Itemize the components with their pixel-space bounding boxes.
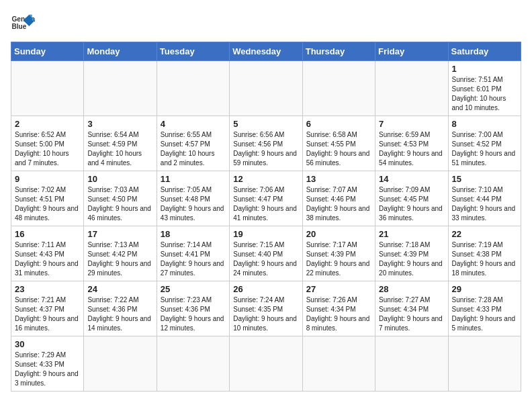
day-number: 28 bbox=[379, 284, 444, 294]
day-info: Sunrise: 7:28 AM Sunset: 4:33 PM Dayligh… bbox=[452, 295, 517, 333]
day-number: 20 bbox=[306, 229, 371, 239]
svg-text:Blue: Blue bbox=[11, 23, 26, 30]
calendar-cell: 16Sunrise: 7:11 AM Sunset: 4:43 PM Dayli… bbox=[11, 226, 84, 281]
calendar-cell bbox=[157, 61, 229, 116]
calendar-cell: 3Sunrise: 6:54 AM Sunset: 4:59 PM Daylig… bbox=[84, 116, 157, 171]
day-info: Sunrise: 7:07 AM Sunset: 4:46 PM Dayligh… bbox=[306, 185, 371, 223]
calendar-cell: 6Sunrise: 6:58 AM Sunset: 4:55 PM Daylig… bbox=[302, 116, 375, 171]
day-number: 4 bbox=[161, 119, 226, 129]
day-number: 2 bbox=[15, 119, 80, 129]
weekday-header-cell: Wednesday bbox=[230, 42, 302, 61]
calendar-cell: 9Sunrise: 7:02 AM Sunset: 4:51 PM Daylig… bbox=[11, 171, 84, 226]
day-info: Sunrise: 6:58 AM Sunset: 4:55 PM Dayligh… bbox=[306, 130, 371, 168]
weekday-header-cell: Monday bbox=[84, 42, 157, 61]
day-info: Sunrise: 7:22 AM Sunset: 4:36 PM Dayligh… bbox=[87, 295, 152, 333]
calendar-cell: 4Sunrise: 6:55 AM Sunset: 4:57 PM Daylig… bbox=[157, 116, 229, 171]
calendar-cell: 28Sunrise: 7:27 AM Sunset: 4:34 PM Dayli… bbox=[375, 281, 448, 336]
day-number: 7 bbox=[379, 119, 444, 129]
day-info: Sunrise: 7:11 AM Sunset: 4:43 PM Dayligh… bbox=[15, 240, 80, 278]
day-number: 9 bbox=[15, 174, 80, 184]
day-number: 5 bbox=[233, 119, 298, 129]
calendar-cell: 5Sunrise: 6:56 AM Sunset: 4:56 PM Daylig… bbox=[230, 116, 302, 171]
day-number: 21 bbox=[379, 229, 444, 239]
calendar-cell bbox=[302, 61, 375, 116]
calendar-cell: 23Sunrise: 7:21 AM Sunset: 4:37 PM Dayli… bbox=[11, 281, 84, 336]
page-header: General Blue bbox=[11, 11, 521, 35]
day-info: Sunrise: 6:56 AM Sunset: 4:56 PM Dayligh… bbox=[233, 130, 298, 168]
calendar-cell: 7Sunrise: 6:59 AM Sunset: 4:53 PM Daylig… bbox=[375, 116, 448, 171]
day-number: 13 bbox=[306, 174, 371, 184]
day-info: Sunrise: 7:51 AM Sunset: 6:01 PM Dayligh… bbox=[452, 75, 517, 113]
calendar-cell: 17Sunrise: 7:13 AM Sunset: 4:42 PM Dayli… bbox=[84, 226, 157, 281]
calendar-cell: 19Sunrise: 7:15 AM Sunset: 4:40 PM Dayli… bbox=[230, 226, 302, 281]
day-info: Sunrise: 7:14 AM Sunset: 4:41 PM Dayligh… bbox=[161, 240, 226, 278]
day-info: Sunrise: 7:26 AM Sunset: 4:34 PM Dayligh… bbox=[306, 295, 371, 333]
day-info: Sunrise: 7:17 AM Sunset: 4:39 PM Dayligh… bbox=[306, 240, 371, 278]
day-number: 29 bbox=[452, 284, 517, 294]
day-number: 3 bbox=[87, 119, 152, 129]
day-number: 22 bbox=[452, 229, 517, 239]
calendar-cell: 25Sunrise: 7:23 AM Sunset: 4:36 PM Dayli… bbox=[157, 281, 229, 336]
day-info: Sunrise: 6:52 AM Sunset: 5:00 PM Dayligh… bbox=[15, 130, 80, 168]
calendar-cell: 21Sunrise: 7:18 AM Sunset: 4:39 PM Dayli… bbox=[375, 226, 448, 281]
logo-icon: General Blue bbox=[11, 11, 35, 35]
day-info: Sunrise: 7:05 AM Sunset: 4:48 PM Dayligh… bbox=[161, 185, 226, 223]
calendar-cell: 1Sunrise: 7:51 AM Sunset: 6:01 PM Daylig… bbox=[448, 61, 521, 116]
day-info: Sunrise: 7:02 AM Sunset: 4:51 PM Dayligh… bbox=[15, 185, 80, 223]
day-number: 23 bbox=[15, 284, 80, 294]
day-info: Sunrise: 6:59 AM Sunset: 4:53 PM Dayligh… bbox=[379, 130, 444, 168]
day-info: Sunrise: 6:54 AM Sunset: 4:59 PM Dayligh… bbox=[87, 130, 152, 168]
calendar-cell bbox=[157, 336, 229, 392]
day-info: Sunrise: 7:13 AM Sunset: 4:42 PM Dayligh… bbox=[87, 240, 152, 278]
calendar-cell: 12Sunrise: 7:06 AM Sunset: 4:47 PM Dayli… bbox=[230, 171, 302, 226]
calendar-cell: 14Sunrise: 7:09 AM Sunset: 4:45 PM Dayli… bbox=[375, 171, 448, 226]
calendar-cell bbox=[375, 61, 448, 116]
weekday-header-cell: Thursday bbox=[302, 42, 375, 61]
calendar-cell: 18Sunrise: 7:14 AM Sunset: 4:41 PM Dayli… bbox=[157, 226, 229, 281]
day-number: 6 bbox=[306, 119, 371, 129]
calendar-cell: 11Sunrise: 7:05 AM Sunset: 4:48 PM Dayli… bbox=[157, 171, 229, 226]
weekday-header-cell: Sunday bbox=[11, 42, 84, 61]
calendar-cell: 20Sunrise: 7:17 AM Sunset: 4:39 PM Dayli… bbox=[302, 226, 375, 281]
calendar-week-row: 1Sunrise: 7:51 AM Sunset: 6:01 PM Daylig… bbox=[11, 61, 521, 116]
calendar-cell: 10Sunrise: 7:03 AM Sunset: 4:50 PM Dayli… bbox=[84, 171, 157, 226]
day-info: Sunrise: 7:19 AM Sunset: 4:38 PM Dayligh… bbox=[452, 240, 517, 278]
calendar-week-row: 2Sunrise: 6:52 AM Sunset: 5:00 PM Daylig… bbox=[11, 116, 521, 171]
day-info: Sunrise: 7:21 AM Sunset: 4:37 PM Dayligh… bbox=[15, 295, 80, 333]
day-info: Sunrise: 7:29 AM Sunset: 4:33 PM Dayligh… bbox=[15, 351, 80, 388]
day-number: 18 bbox=[161, 229, 226, 239]
weekday-header-row: SundayMondayTuesdayWednesdayThursdayFrid… bbox=[11, 42, 521, 61]
calendar-cell: 2Sunrise: 6:52 AM Sunset: 5:00 PM Daylig… bbox=[11, 116, 84, 171]
calendar-cell: 22Sunrise: 7:19 AM Sunset: 4:38 PM Dayli… bbox=[448, 226, 521, 281]
day-number: 30 bbox=[15, 339, 80, 349]
day-info: Sunrise: 7:06 AM Sunset: 4:47 PM Dayligh… bbox=[233, 185, 298, 223]
calendar-cell bbox=[302, 336, 375, 392]
calendar-cell: 29Sunrise: 7:28 AM Sunset: 4:33 PM Dayli… bbox=[448, 281, 521, 336]
calendar-week-row: 23Sunrise: 7:21 AM Sunset: 4:37 PM Dayli… bbox=[11, 281, 521, 336]
calendar-cell: 27Sunrise: 7:26 AM Sunset: 4:34 PM Dayli… bbox=[302, 281, 375, 336]
day-info: Sunrise: 6:55 AM Sunset: 4:57 PM Dayligh… bbox=[161, 130, 226, 168]
calendar-cell: 26Sunrise: 7:24 AM Sunset: 4:35 PM Dayli… bbox=[230, 281, 302, 336]
day-info: Sunrise: 7:09 AM Sunset: 4:45 PM Dayligh… bbox=[379, 185, 444, 223]
calendar-cell bbox=[230, 61, 302, 116]
day-info: Sunrise: 7:15 AM Sunset: 4:40 PM Dayligh… bbox=[233, 240, 298, 278]
day-info: Sunrise: 7:24 AM Sunset: 4:35 PM Dayligh… bbox=[233, 295, 298, 333]
weekday-header-cell: Friday bbox=[375, 42, 448, 61]
calendar-week-row: 16Sunrise: 7:11 AM Sunset: 4:43 PM Dayli… bbox=[11, 226, 521, 281]
calendar-cell bbox=[448, 336, 521, 392]
day-number: 17 bbox=[87, 229, 152, 239]
calendar-cell bbox=[84, 61, 157, 116]
calendar-cell: 24Sunrise: 7:22 AM Sunset: 4:36 PM Dayli… bbox=[84, 281, 157, 336]
day-number: 27 bbox=[306, 284, 371, 294]
day-number: 15 bbox=[452, 174, 517, 184]
day-number: 19 bbox=[233, 229, 298, 239]
day-number: 1 bbox=[452, 64, 517, 74]
day-info: Sunrise: 7:10 AM Sunset: 4:44 PM Dayligh… bbox=[452, 185, 517, 223]
calendar-cell: 13Sunrise: 7:07 AM Sunset: 4:46 PM Dayli… bbox=[302, 171, 375, 226]
weekday-header-cell: Tuesday bbox=[157, 42, 229, 61]
day-number: 14 bbox=[379, 174, 444, 184]
day-info: Sunrise: 7:23 AM Sunset: 4:36 PM Dayligh… bbox=[161, 295, 226, 333]
day-number: 10 bbox=[87, 174, 152, 184]
day-info: Sunrise: 7:03 AM Sunset: 4:50 PM Dayligh… bbox=[87, 185, 152, 223]
calendar-cell bbox=[84, 336, 157, 392]
